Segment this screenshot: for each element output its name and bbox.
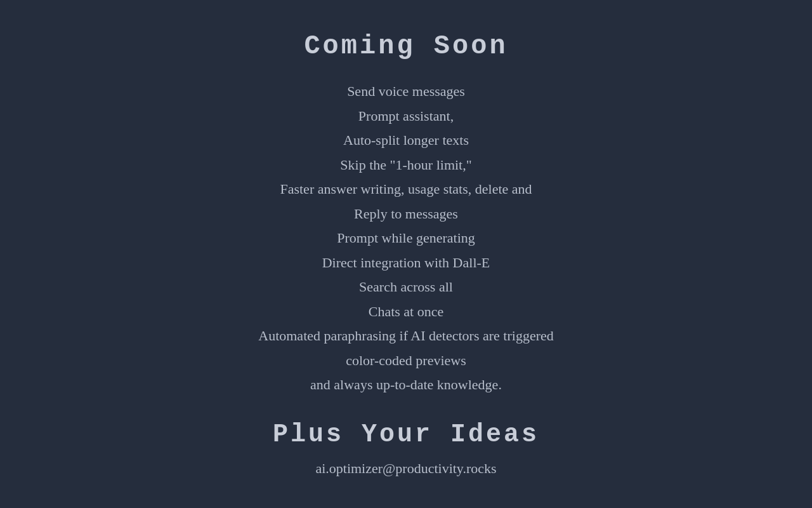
feature-item: Search across all: [133, 275, 679, 300]
feature-item: Skip the "1-hour limit,": [133, 153, 679, 178]
feature-item: Chats at once: [133, 300, 679, 324]
feature-item: Auto-split longer texts: [133, 128, 679, 153]
feature-item: color-coded previews: [133, 349, 679, 373]
feature-item: Send voice messages: [133, 79, 679, 104]
features-list: Send voice messagesPrompt assistant,Auto…: [133, 79, 679, 398]
feature-item: Faster answer writing, usage stats, dele…: [133, 177, 679, 202]
coming-soon-heading: Coming Soon: [133, 31, 679, 62]
feature-item: Automated paraphrasing if AI detectors a…: [133, 324, 679, 349]
feature-item: Reply to messages: [133, 202, 679, 227]
plus-your-ideas-heading: Plus Your Ideas: [133, 420, 679, 449]
feature-item: Prompt while generating: [133, 226, 679, 251]
feature-item: Prompt assistant,: [133, 104, 679, 129]
feature-item: Direct integration with Dall-E: [133, 251, 679, 276]
feature-item: and always up-to-date knowledge.: [133, 373, 679, 398]
main-container: Coming Soon Send voice messagesPrompt as…: [121, 18, 691, 490]
email-address: ai.optimizer@productivity.rocks: [133, 460, 679, 477]
